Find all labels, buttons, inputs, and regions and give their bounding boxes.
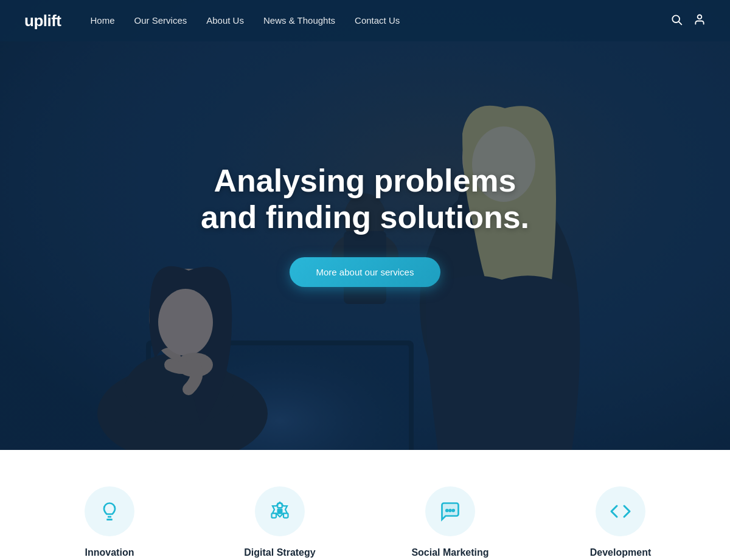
navbar: uplift Home Our Services About Us News &… <box>0 0 730 41</box>
svg-rect-23 <box>277 509 283 514</box>
svg-point-2 <box>698 15 702 19</box>
code-icon <box>610 500 631 522</box>
nav-item-home[interactable]: Home <box>91 15 115 26</box>
svg-rect-24 <box>272 513 277 518</box>
brand-logo[interactable]: uplift <box>24 12 61 30</box>
svg-point-0 <box>672 15 680 22</box>
chat-icon <box>439 500 461 522</box>
service-item-innovation: Innovation <box>43 486 176 558</box>
service-item-digital-strategy: Digital Strategy <box>213 486 347 558</box>
development-label: Development <box>590 547 651 558</box>
services-section: Innovation Digital Strategy Social Marke… <box>0 450 730 560</box>
svg-point-27 <box>446 510 448 511</box>
nav-item-news[interactable]: News & Thoughts <box>263 15 335 26</box>
user-icon[interactable] <box>693 13 706 29</box>
svg-point-29 <box>453 510 454 511</box>
search-icon[interactable] <box>670 13 683 29</box>
bulb-icon <box>99 500 120 522</box>
svg-rect-26 <box>277 503 282 508</box>
social-marketing-icon-wrap <box>425 486 475 536</box>
hero-title: Analysing problems and finding solutions… <box>201 163 529 236</box>
svg-point-28 <box>450 510 451 511</box>
innovation-label: Innovation <box>85 547 134 558</box>
service-item-social-marketing: Social Marketing <box>383 486 517 558</box>
service-item-development: Development <box>554 486 687 558</box>
svg-line-1 <box>679 22 681 24</box>
hero-content: Analysing problems and finding solutions… <box>201 163 529 288</box>
social-marketing-label: Social Marketing <box>411 547 488 558</box>
development-icon-wrap <box>596 486 645 536</box>
digital-strategy-icon-wrap <box>255 486 305 536</box>
innovation-icon-wrap <box>85 486 134 536</box>
nav-item-contact[interactable]: Contact Us <box>355 15 400 26</box>
nav-links: Home Our Services About Us News & Though… <box>91 15 670 26</box>
nav-actions <box>670 13 706 29</box>
nav-item-services[interactable]: Our Services <box>134 15 187 26</box>
boxes-icon <box>269 500 291 522</box>
svg-rect-25 <box>283 513 288 518</box>
nav-item-about[interactable]: About Us <box>206 15 244 26</box>
hero-section: Analysing problems and finding solutions… <box>0 0 730 450</box>
digital-strategy-label: Digital Strategy <box>244 547 315 558</box>
hero-cta-button[interactable]: More about our services <box>290 257 441 287</box>
